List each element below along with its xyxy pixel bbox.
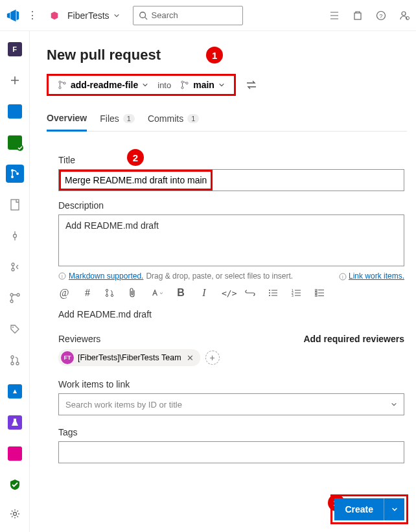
create-dropdown-button[interactable] bbox=[384, 498, 404, 520]
description-preview: Add README.md draft bbox=[58, 309, 404, 319]
azure-devops-logo[interactable] bbox=[5, 8, 21, 23]
rail-boards-icon[interactable] bbox=[6, 102, 24, 121]
tab-commits[interactable]: Commits1 bbox=[148, 110, 199, 130]
svg-point-9 bbox=[11, 176, 14, 178]
chevron-down-icon bbox=[391, 506, 398, 513]
rail-artifacts-icon[interactable] bbox=[6, 445, 24, 463]
tab-commits-label: Commits bbox=[148, 113, 183, 124]
hash-icon[interactable]: # bbox=[82, 287, 93, 299]
svg-point-12 bbox=[13, 235, 16, 238]
bullet-list-icon[interactable] bbox=[268, 289, 280, 297]
reviewer-chips: FT [FiberTests]\FiberTests Team ✕ + bbox=[58, 349, 404, 366]
more-menu-icon[interactable]: ⋮ bbox=[25, 9, 40, 21]
svg-text:i: i bbox=[62, 273, 63, 279]
svg-point-30 bbox=[186, 82, 188, 84]
svg-point-37 bbox=[111, 294, 113, 296]
create-button[interactable]: Create bbox=[334, 498, 384, 520]
add-required-reviewers-button[interactable]: Add required reviewers bbox=[303, 334, 404, 344]
svg-point-19 bbox=[17, 294, 19, 296]
tab-files-label: Files bbox=[100, 113, 119, 124]
top-bar: ⋮ FiberTests Search ? bbox=[0, 0, 416, 31]
target-branch-name: main bbox=[193, 80, 214, 90]
svg-text:i: i bbox=[342, 274, 343, 280]
svg-text:?: ? bbox=[379, 13, 382, 19]
rail-pipelines-icon[interactable] bbox=[6, 382, 24, 400]
main-content: New pull request 1 add-readme-file into … bbox=[30, 31, 416, 532]
work-items-input[interactable]: Search work items by ID or title bbox=[58, 393, 404, 415]
search-input[interactable]: Search bbox=[133, 6, 243, 25]
reviewer-chip[interactable]: FT [FiberTests]\FiberTests Team ✕ bbox=[58, 349, 200, 366]
rail-branches-icon[interactable] bbox=[6, 289, 24, 307]
source-branch-selector[interactable]: add-readme-file bbox=[55, 78, 151, 91]
title-value-highlight: Merge README.md draft into main bbox=[59, 170, 213, 191]
attach-icon[interactable] bbox=[128, 288, 140, 298]
form-content: Title 2 Merge README.md draft into main … bbox=[47, 132, 407, 463]
top-right-actions: ? bbox=[328, 9, 411, 22]
tab-overview[interactable]: Overview bbox=[47, 109, 87, 132]
target-branch-selector[interactable]: main bbox=[178, 78, 227, 91]
tags-input[interactable] bbox=[58, 441, 404, 463]
source-branch-name: add-readme-file bbox=[71, 80, 138, 90]
editor-toolbar: @ # B I </> 123 bbox=[58, 287, 404, 299]
rail-repos-icon[interactable] bbox=[6, 165, 24, 183]
mention-icon[interactable]: @ bbox=[58, 287, 70, 299]
branch-selector-highlight: add-readme-file into main bbox=[47, 74, 236, 96]
help-icon[interactable]: ? bbox=[375, 9, 387, 22]
rail-files-icon[interactable] bbox=[6, 196, 24, 214]
project-badge-icon bbox=[49, 10, 60, 21]
italic-icon[interactable]: I bbox=[198, 287, 210, 299]
bold-icon[interactable]: B bbox=[175, 287, 187, 299]
code-icon[interactable]: </> bbox=[222, 288, 233, 298]
link-work-items-link[interactable]: Link work items. bbox=[349, 272, 404, 281]
svg-point-21 bbox=[11, 356, 14, 358]
create-button-highlight: Create bbox=[330, 494, 408, 524]
add-reviewer-button[interactable]: + bbox=[205, 351, 220, 365]
tab-files[interactable]: Files1 bbox=[100, 110, 135, 130]
tabs: Overview Files1 Commits1 bbox=[47, 109, 407, 132]
description-input[interactable]: Add README.md draft bbox=[58, 214, 404, 266]
svg-rect-50 bbox=[315, 289, 317, 291]
swap-branches-icon[interactable] bbox=[246, 80, 257, 89]
rail-tags-icon[interactable] bbox=[6, 320, 24, 338]
svg-point-26 bbox=[59, 87, 61, 89]
tags-label: Tags bbox=[58, 427, 404, 437]
callout-2: 2 bbox=[127, 149, 144, 166]
markdown-link[interactable]: Markdown supported. bbox=[69, 272, 143, 281]
rail-work-icon[interactable] bbox=[6, 133, 24, 152]
title-input[interactable]: Merge README.md draft into main bbox=[58, 169, 404, 191]
filter-icon[interactable] bbox=[328, 9, 341, 22]
rail-pushes-icon[interactable] bbox=[6, 258, 24, 276]
rail-add-icon[interactable] bbox=[6, 71, 24, 89]
link-icon[interactable] bbox=[245, 290, 257, 296]
info-icon: i bbox=[58, 272, 66, 280]
user-settings-icon[interactable] bbox=[398, 9, 411, 22]
hint-row: i Markdown supported. Drag & drop, paste… bbox=[58, 272, 404, 281]
svg-point-20 bbox=[12, 327, 14, 328]
work-items-label: Work items to link bbox=[58, 379, 404, 389]
svg-rect-52 bbox=[315, 295, 317, 297]
remove-reviewer-icon[interactable]: ✕ bbox=[185, 353, 195, 363]
svg-point-17 bbox=[10, 294, 13, 296]
files-count: 1 bbox=[123, 114, 135, 123]
callout-1: 1 bbox=[206, 47, 223, 64]
svg-rect-11 bbox=[11, 200, 19, 210]
chevron-down-icon bbox=[391, 401, 397, 408]
svg-rect-51 bbox=[315, 292, 317, 294]
checklist-icon[interactable] bbox=[315, 289, 327, 297]
branch-icon bbox=[180, 80, 189, 89]
rail-test-icon[interactable] bbox=[6, 413, 24, 432]
marketplace-icon[interactable] bbox=[351, 9, 364, 22]
header-icon[interactable] bbox=[152, 288, 163, 297]
number-list-icon[interactable]: 123 bbox=[292, 289, 303, 297]
svg-point-10 bbox=[16, 172, 19, 175]
project-selector[interactable]: FiberTests bbox=[64, 8, 121, 23]
svg-point-25 bbox=[59, 81, 61, 83]
rail-pr-icon[interactable] bbox=[6, 351, 24, 369]
rail-project[interactable]: F bbox=[6, 40, 24, 58]
page-title: New pull request bbox=[47, 47, 161, 64]
rail-compliance-icon[interactable] bbox=[6, 476, 24, 494]
rail-commits-icon[interactable] bbox=[6, 227, 24, 245]
svg-point-36 bbox=[106, 294, 108, 296]
rail-settings-icon[interactable] bbox=[6, 505, 24, 523]
pr-link-icon[interactable] bbox=[105, 288, 117, 297]
